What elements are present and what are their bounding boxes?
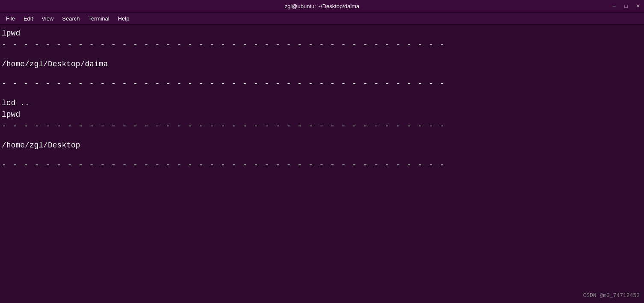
menu-view[interactable]: View xyxy=(37,15,58,23)
menu-search[interactable]: Search xyxy=(58,15,84,23)
dashed-separator-2: - - - - - - - - - - - - - - - - - - - - … xyxy=(2,79,642,89)
menu-file[interactable]: File xyxy=(2,15,19,23)
terminal-line-2: lcd .. xyxy=(2,98,642,109)
terminal-output-1: /home/zgl/Desktop/daima xyxy=(2,59,642,70)
menu-edit[interactable]: Edit xyxy=(19,15,37,23)
spacer-5 xyxy=(2,152,642,160)
spacer-1 xyxy=(2,51,642,59)
spacer-4 xyxy=(2,132,642,140)
dashed-separator-4: - - - - - - - - - - - - - - - - - - - - … xyxy=(2,160,642,171)
terminal-line-3: lpwd xyxy=(2,109,642,120)
minimize-button[interactable]: ─ xyxy=(608,0,620,13)
title-bar: zgl@ubuntu: ~/Desktop/daima ─ □ ✕ xyxy=(0,0,644,13)
spacer-3 xyxy=(2,90,642,98)
window-title: zgl@ubuntu: ~/Desktop/daima xyxy=(285,3,360,9)
maximize-button[interactable]: □ xyxy=(620,0,632,13)
menu-bar: File Edit View Search Terminal Help xyxy=(0,13,644,25)
dashed-separator-3: - - - - - - - - - - - - - - - - - - - - … xyxy=(2,121,642,132)
window-controls: ─ □ ✕ xyxy=(608,0,644,12)
menu-terminal[interactable]: Terminal xyxy=(84,15,114,23)
watermark: CSDN @m0_74712453 xyxy=(583,292,640,299)
dashed-separator-1: - - - - - - - - - - - - - - - - - - - - … xyxy=(2,40,642,50)
menu-help[interactable]: Help xyxy=(114,15,134,23)
close-button[interactable]: ✕ xyxy=(632,0,644,13)
spacer-2 xyxy=(2,71,642,79)
terminal-body[interactable]: lpwd - - - - - - - - - - - - - - - - - -… xyxy=(0,25,644,303)
terminal-line: lpwd xyxy=(2,28,642,39)
terminal-output-2: /home/zgl/Desktop xyxy=(2,140,642,151)
